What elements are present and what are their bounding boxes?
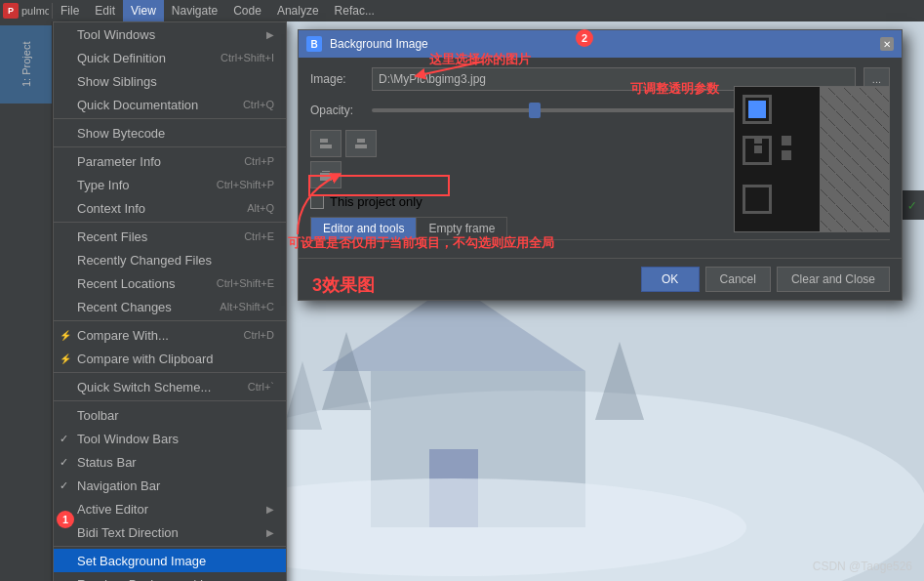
svg-rect-9 — [320, 139, 328, 143]
svg-line-15 — [420, 62, 483, 75]
dialog-close-button[interactable]: ✕ — [880, 37, 894, 51]
opacity-label: Opacity: — [310, 104, 364, 117]
sep6 — [54, 400, 286, 401]
watermark: CSDN @Taoge526 — [813, 560, 912, 573]
arrow-checkbox — [288, 156, 415, 239]
menu-show-siblings[interactable]: Show Siblings — [54, 69, 286, 93]
project-panel-tab[interactable]: 1: Project — [0, 25, 52, 104]
sep7 — [54, 546, 286, 547]
menu-type-info[interactable]: Type Info Ctrl+Shift+P — [54, 173, 286, 196]
align-left-button[interactable] — [310, 130, 341, 157]
opacity-slider-thumb[interactable] — [529, 103, 541, 118]
annotation-badge-1: 1 — [57, 511, 74, 528]
menu-set-background[interactable]: Set Background Image — [54, 549, 286, 572]
sep5 — [54, 372, 286, 373]
menu-navigation-bar[interactable]: ✓ Navigation Bar — [54, 474, 286, 497]
menu-recent-files[interactable]: Recent Files Ctrl+E — [54, 225, 286, 248]
dialog-footer: OK Cancel Clear and Close — [299, 258, 902, 300]
annotation-opacity-note: 可调整透明参数 — [630, 80, 719, 98]
checkmark-icon: ✓ — [908, 197, 916, 213]
annotation-effect-label: 3效果图 — [312, 273, 375, 297]
ok-button[interactable]: OK — [641, 267, 700, 292]
sep2 — [54, 146, 286, 147]
menu-recent-changes[interactable]: Recent Changes Alt+Shift+C — [54, 295, 286, 318]
menu-recent-locations[interactable]: Recent Locations Ctrl+Shift+E — [54, 271, 286, 295]
menu-bidi-text[interactable]: Bidi Text Direction ▶ — [54, 520, 286, 544]
menu-file[interactable]: File — [53, 0, 87, 21]
menu-view[interactable]: View — [123, 0, 164, 21]
menu-active-editor[interactable]: Active Editor ▶ — [54, 497, 286, 520]
menu-refactor[interactable]: Refac... — [327, 0, 382, 21]
menu-code[interactable]: Code — [225, 0, 269, 21]
menu-compare-clipboard[interactable]: ⚡ Compare with Clipboard — [54, 347, 286, 370]
sep1 — [54, 118, 286, 119]
menu-quick-definition[interactable]: Quick Definition Ctrl+Shift+I — [54, 46, 286, 69]
dialog-title-bar: B Background Image ✕ — [299, 30, 902, 58]
menu-navigate[interactable]: Navigate — [164, 0, 225, 21]
image-label: Image: — [310, 72, 364, 86]
annotation-badge-2: 2 — [576, 29, 593, 47]
menu-quick-doc[interactable]: Quick Documentation Ctrl+Q — [54, 93, 286, 116]
side-panel: 1: Project — [0, 21, 53, 581]
menu-tool-windows[interactable]: Tool Windows ▶ — [54, 22, 286, 46]
menu-tool-window-bars[interactable]: ✓ Tool Window Bars — [54, 427, 286, 450]
view-dropdown-menu: Tool Windows ▶ Quick Definition Ctrl+Shi… — [53, 21, 287, 581]
menu-recently-changed[interactable]: Recently Changed Files — [54, 248, 286, 271]
menu-show-bytecode[interactable]: Show Bytecode — [54, 121, 286, 145]
sep4 — [54, 320, 286, 321]
sep3 — [54, 222, 286, 223]
svg-rect-12 — [355, 145, 367, 148]
svg-rect-10 — [320, 145, 332, 148]
menu-analyze[interactable]: Analyze — [269, 0, 327, 21]
menu-status-bar[interactable]: ✓ Status Bar — [54, 450, 286, 474]
align-center-button[interactable] — [345, 130, 377, 157]
align-row-1 — [310, 130, 377, 157]
menu-compare-with[interactable]: ⚡ Compare With... Ctrl+D — [54, 323, 286, 347]
menu-parameter-info[interactable]: Parameter Info Ctrl+P — [54, 149, 286, 173]
menu-toolbar[interactable]: Toolbar — [54, 403, 286, 427]
menu-bar: P pulmo File Edit View Navigate Code Ana… — [0, 0, 924, 21]
dialog-title: Background Image — [330, 37, 428, 51]
menu-random-background[interactable]: Random Background Image — [54, 572, 286, 581]
dialog-icon: B — [306, 36, 322, 52]
clear-close-button[interactable]: Clear and Close — [777, 267, 890, 292]
menu-quick-switch[interactable]: Quick Switch Scheme... Ctrl+` — [54, 375, 286, 398]
cancel-button[interactable]: Cancel — [705, 267, 771, 292]
menu-context-info[interactable]: Context Info Alt+Q — [54, 196, 286, 220]
menu-edit[interactable]: Edit — [87, 0, 123, 21]
arrow-image — [410, 54, 488, 83]
preview-area — [734, 86, 890, 232]
svg-rect-11 — [357, 139, 365, 143]
